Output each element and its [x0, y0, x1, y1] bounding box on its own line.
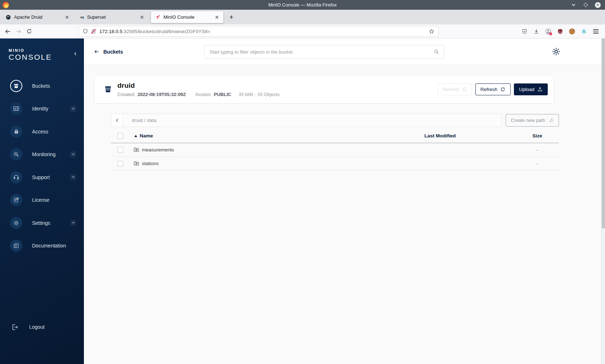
access-value: PUBLIC [214, 92, 231, 97]
sort-ascending-icon [134, 135, 137, 137]
insecure-lock-icon[interactable] [91, 28, 97, 34]
breadcrumb[interactable]: druid / data [123, 114, 502, 127]
sidebar-item-buckets[interactable]: Buckets [0, 74, 84, 97]
bucket-size-objects: 35 MiB - 33 Objects [238, 92, 279, 97]
menu-hamburger-icon[interactable] [591, 27, 600, 36]
bucket-icon [13, 83, 19, 89]
url-text: 172.18.0.5:32595/buckets/druid/browse/ZG… [99, 29, 210, 34]
row-checkbox[interactable] [117, 147, 123, 153]
account-sync-error-icon[interactable]: ✕ [544, 27, 552, 36]
main-content: Buckets [84, 38, 605, 364]
upload-button[interactable]: Upload [514, 83, 548, 95]
console-settings-gear-icon[interactable] [552, 47, 561, 56]
sidebar-item-support[interactable]: Support [0, 166, 84, 189]
upload-icon [537, 87, 543, 92]
bucket-icon [104, 85, 112, 94]
license-icon [13, 197, 19, 203]
created-value: 2022-08-19T05:32:09Z [138, 92, 186, 97]
object-name[interactable]: measurements [142, 147, 174, 153]
path-bar: druid / data Create new path [111, 114, 559, 127]
tab-close-icon[interactable]: ✕ [212, 14, 221, 21]
search-icon [434, 49, 439, 55]
window-title: MinIO Console — Mozilla Firefox [0, 2, 605, 8]
forward-button[interactable] [13, 26, 24, 36]
support-icon [13, 174, 19, 181]
sidebar-item-monitoring[interactable]: Monitoring [0, 143, 84, 166]
created-label: Created: [117, 92, 135, 97]
gear-icon [13, 220, 19, 226]
table-row[interactable]: measurements - [111, 143, 559, 157]
create-path-icon [548, 118, 554, 123]
chevron-up-icon[interactable] [70, 151, 76, 157]
bookmark-star-icon[interactable] [429, 28, 435, 35]
firefox-window: MinIO Console — Mozilla Firefox ✕ Apache… [0, 0, 605, 364]
back-to-buckets-link[interactable]: Buckets [94, 49, 123, 55]
refresh-icon [500, 87, 506, 92]
table-row[interactable]: stations - [111, 157, 559, 170]
objects-table: Name Last Modified Size measurements [111, 129, 559, 170]
tab-bar: Apache Druid ✕ ∞ Superset ✕ MinIO Consol… [0, 10, 605, 24]
page-header: Buckets [84, 38, 605, 65]
documentation-icon [13, 242, 19, 249]
new-tab-button[interactable]: + [226, 13, 237, 21]
column-header-size: Size [516, 133, 559, 138]
minio-console-logo: MINIO CONSOLE [9, 48, 84, 62]
tab-minio-console[interactable]: MinIO Console ✕ [151, 11, 223, 23]
select-all-checkbox[interactable] [117, 133, 123, 139]
logout-icon [11, 323, 19, 331]
sidebar-item-access[interactable]: Access [0, 120, 84, 143]
window-minimize-button[interactable] [570, 2, 576, 8]
druid-icon [5, 14, 11, 20]
sidebar-item-settings[interactable]: Settings [0, 211, 84, 235]
sidebar-item-license[interactable]: License [0, 189, 84, 212]
chevron-up-icon[interactable] [70, 106, 76, 112]
container-asterisk-icon[interactable] [579, 27, 588, 36]
page-scrollbar [601, 38, 605, 364]
column-header-name[interactable]: Name [127, 133, 364, 138]
search-input[interactable] [210, 49, 434, 55]
navigation-toolbar: 172.18.0.5:32595/buckets/druid/browse/ZG… [0, 24, 605, 38]
sidebar-item-identity[interactable]: Identity [0, 97, 84, 120]
object-name[interactable]: stations [142, 161, 159, 166]
window-close-button[interactable]: ✕ [595, 2, 601, 8]
object-size: - [516, 147, 559, 153]
refresh-button[interactable]: Refresh [475, 83, 511, 95]
downloads-icon[interactable] [532, 27, 541, 36]
back-button[interactable] [2, 26, 13, 36]
lock-icon [13, 128, 19, 135]
identity-card-icon [13, 105, 19, 112]
tab-apache-druid[interactable]: Apache Druid ✕ [1, 11, 73, 23]
sidebar-collapse-icon[interactable] [73, 51, 78, 56]
bucket-summary-card: druid Created: 2022-08-19T05:32:09Z Acce… [94, 75, 554, 104]
monitoring-icon [13, 151, 19, 158]
tab-superset[interactable]: ∞ Superset ✕ [76, 11, 148, 23]
back-arrow-icon [94, 49, 100, 54]
reload-button[interactable] [24, 26, 35, 36]
firefox-logo-icon [3, 2, 9, 8]
cookie-extension-icon[interactable] [568, 27, 576, 36]
create-new-path-button[interactable]: Create new path [506, 114, 559, 127]
filter-objects-search [204, 45, 444, 59]
scrollbar-thumb[interactable] [602, 38, 605, 228]
access-label: Access: [195, 92, 212, 97]
sidebar-item-logout[interactable]: Logout [10, 322, 45, 332]
window-titlebar: MinIO Console — Mozilla Firefox ✕ [0, 0, 605, 10]
folder-icon [133, 160, 139, 167]
minio-flamingo-icon [155, 14, 161, 20]
column-header-last-modified: Last Modified [364, 133, 516, 138]
ublock-origin-icon[interactable] [556, 27, 564, 36]
rewind-button[interactable]: Rewind [438, 83, 472, 95]
row-checkbox[interactable] [117, 161, 123, 167]
shield-permissions-icon[interactable] [82, 28, 88, 34]
tab-close-icon[interactable]: ✕ [63, 14, 71, 21]
pocket-shield-check-icon[interactable] [520, 27, 529, 36]
folder-icon [133, 147, 139, 153]
chevron-up-icon[interactable] [70, 220, 76, 226]
path-back-button[interactable] [111, 114, 123, 127]
chevron-up-icon[interactable] [70, 174, 76, 180]
url-bar[interactable]: 172.18.0.5:32595/buckets/druid/browse/ZG… [79, 26, 439, 37]
sidebar-item-documentation[interactable]: Documentation [0, 235, 84, 258]
window-maximize-button[interactable] [583, 2, 588, 8]
tab-close-icon[interactable]: ✕ [138, 14, 146, 21]
chevron-left-icon [115, 118, 120, 123]
